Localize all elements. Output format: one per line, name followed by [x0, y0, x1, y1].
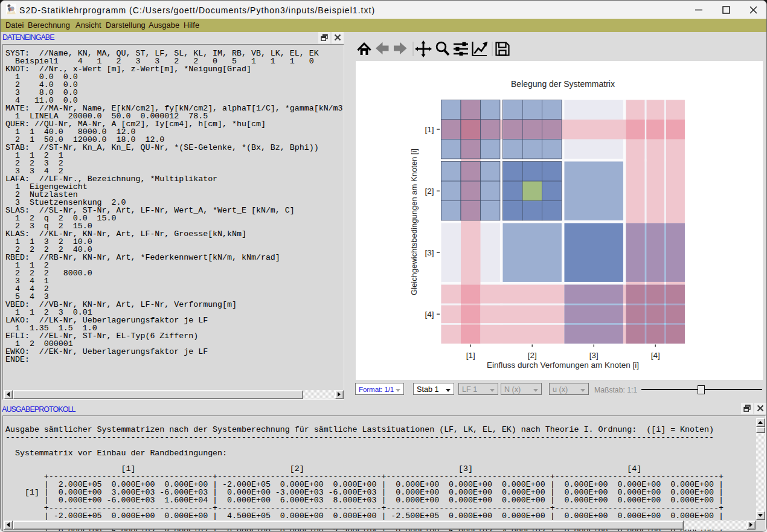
svg-text:[4]: [4]	[425, 310, 434, 319]
svg-text:[2]: [2]	[425, 187, 434, 196]
svg-text:Gleichgewichtsbedingungen am K: Gleichgewichtsbedingungen am Knoten [i]	[409, 149, 419, 295]
svg-text:[2]: [2]	[528, 351, 537, 360]
svg-text:Einfluss durch Verfomungen am: Einfluss durch Verfomungen am Knoten [i]	[487, 361, 639, 370]
svg-text:[3]: [3]	[589, 351, 599, 360]
svg-text:[3]: [3]	[425, 248, 434, 257]
svg-text:[1]: [1]	[466, 351, 475, 360]
svg-text:Belegung der Systemmatrix: Belegung der Systemmatrix	[511, 79, 615, 89]
svg-text:[1]: [1]	[425, 125, 434, 134]
svg-text:[4]: [4]	[651, 351, 660, 360]
